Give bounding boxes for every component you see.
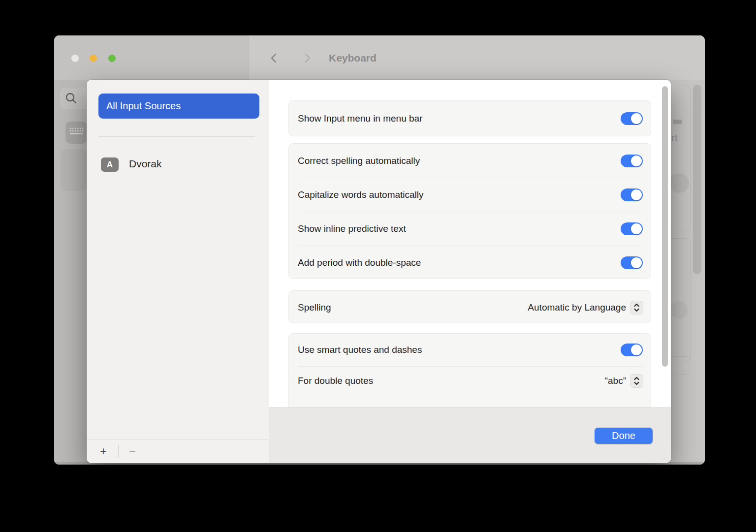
settings-card: Correct spelling automatically Capitaliz… [288, 143, 651, 279]
add-remove-separator [118, 445, 119, 458]
background-detail-titlebar [249, 35, 705, 80]
toggle-correct-spelling[interactable] [621, 155, 643, 167]
background-sidebar-titlebar [54, 35, 249, 80]
settings-window: Keyboard rt All Input Sources [54, 35, 705, 465]
chevron-up-down-icon[interactable] [630, 301, 643, 314]
window-scrollbar[interactable] [693, 85, 701, 274]
setting-row-capitalize-words: Capitalize words automatically [289, 178, 651, 212]
select-value: “abc” [605, 376, 626, 386]
background-circle [669, 173, 689, 193]
background-button-outline [668, 356, 690, 375]
settings-card: Spelling Automatic by Language [288, 290, 651, 323]
sidebar-item-label: Dvorak [129, 158, 162, 170]
setting-row-predictive-text: Show inline predictive text [289, 212, 651, 246]
setting-label: Correct spelling automatically [298, 156, 420, 166]
setting-row-spelling: Spelling Automatic by Language [289, 291, 651, 324]
chevron-up-down-icon[interactable] [630, 374, 643, 388]
setting-label: Spelling [298, 302, 331, 313]
background-partial-text: rt [671, 132, 678, 144]
toggle-knob [631, 156, 642, 166]
setting-row-show-input-menu: Show Input menu in menu bar [289, 100, 651, 137]
done-button[interactable]: Done [595, 428, 653, 444]
close-button[interactable] [71, 55, 79, 62]
settings-card: Use smart quotes and dashes For double q… [288, 333, 651, 417]
toggle-show-input-menu[interactable] [621, 112, 643, 125]
toggle-knob [631, 344, 642, 355]
toggle-knob [631, 113, 642, 124]
setting-label: Show Input menu in menu bar [298, 113, 423, 124]
sidebar-footer-divider [87, 439, 269, 439]
row-divider [298, 396, 642, 396]
back-chevron-icon[interactable] [269, 53, 280, 63]
zoom-button[interactable] [108, 55, 116, 62]
setting-label: Capitalize words automatically [298, 189, 424, 200]
toggle-knob [631, 223, 642, 234]
setting-row-double-quotes: For double quotes “abc” [289, 366, 651, 396]
toggle-smart-quotes[interactable] [621, 344, 643, 356]
setting-row-smart-quotes: Use smart quotes and dashes [289, 334, 651, 366]
toggle-knob [631, 189, 642, 200]
toggle-double-space-period[interactable] [621, 256, 643, 269]
input-source-badge-icon: A [101, 157, 119, 172]
setting-row-correct-spelling: Correct spelling automatically [289, 144, 651, 178]
search-icon [65, 92, 78, 105]
setting-label: Show inline predictive text [298, 223, 406, 234]
sidebar-item-all-input-sources[interactable]: All Input Sources [98, 94, 259, 119]
add-input-source-button[interactable]: + [95, 442, 111, 461]
keyboard-icon [65, 122, 87, 144]
background-icon [673, 120, 682, 124]
background-circle [670, 301, 688, 319]
toggle-capitalize-words[interactable] [621, 188, 643, 201]
sheet-sidebar: All Input Sources A Dvorak + − [87, 80, 270, 463]
setting-label: For double quotes [298, 376, 373, 386]
double-quotes-select[interactable]: “abc” [605, 374, 643, 388]
settings-card: Show Input menu in menu bar [288, 100, 651, 136]
sidebar-item-dvorak[interactable]: A Dvorak [87, 152, 269, 177]
setting-row-double-space-period: Add period with double-space [289, 246, 651, 280]
remove-input-source-button[interactable]: − [125, 442, 140, 461]
setting-label: Add period with double-space [298, 257, 421, 268]
minimize-button[interactable] [90, 55, 97, 62]
forward-chevron-icon[interactable] [302, 53, 313, 63]
setting-label: Use smart quotes and dashes [298, 344, 422, 355]
sheet-footer: Done [269, 407, 671, 463]
sheet-scrollbar[interactable] [662, 86, 668, 367]
page-title: Keyboard [329, 52, 377, 64]
toggle-predictive-text[interactable] [621, 222, 643, 235]
spelling-select[interactable]: Automatic by Language [528, 301, 643, 314]
sheet-content: Show Input menu in menu bar Correct spel… [269, 80, 671, 463]
background-list-tile [61, 149, 87, 191]
toggle-knob [631, 257, 642, 268]
sidebar-item-label: All Input Sources [106, 100, 181, 112]
select-value: Automatic by Language [528, 302, 626, 313]
sidebar-divider [98, 136, 255, 137]
input-sources-sheet: All Input Sources A Dvorak + − Show Inpu… [87, 80, 671, 463]
